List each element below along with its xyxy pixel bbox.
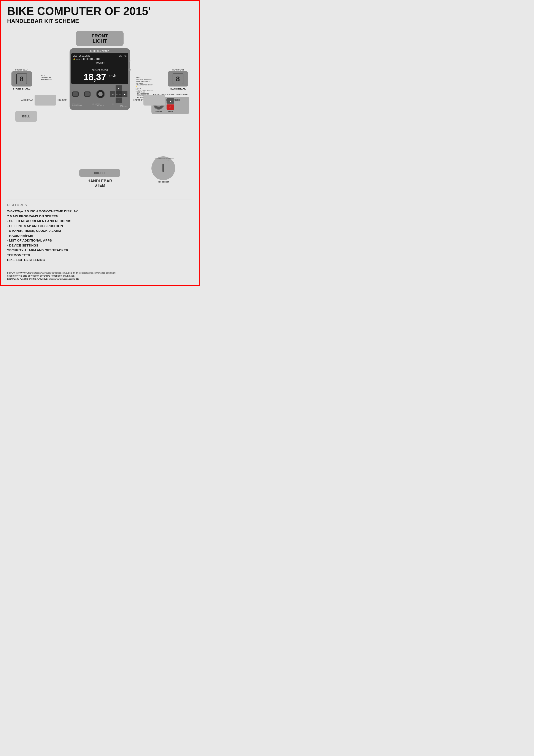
list-item: - LIST OF ADDITIONAL APPS bbox=[7, 238, 192, 243]
front-gear-number: 8 bbox=[16, 73, 27, 84]
screen-time: 2:20 26.01.2021 bbox=[73, 55, 90, 57]
handlebar-left-label: HANDLEBAR bbox=[20, 99, 33, 101]
list-item: - STOPER, TIMER, CLOCK, ALARM bbox=[7, 229, 192, 233]
footer-line3: EXEMPLARY PLASTIC CASING AVAILABLE: http… bbox=[7, 278, 192, 281]
front-brake-label: FRONT BRAKE bbox=[12, 87, 32, 90]
screen-icons-label: Icons bbox=[76, 58, 80, 60]
menu-back-label: MENU/BACK bbox=[92, 103, 100, 105]
handlebar-stem: HANDLEBAR STEM bbox=[88, 179, 112, 188]
screen-speed-label: current speed bbox=[73, 68, 127, 71]
dpad-up-button[interactable]: ▲ bbox=[115, 85, 122, 91]
annotation-screen-light: CLICK ON/OFF SCREEN LIGHT HOLD AND ROTAT… bbox=[136, 77, 153, 86]
list-item: BIKE LIGHTS STEERING bbox=[7, 257, 192, 262]
footer-text: DISPLAY MANUFACTURER: https://www.raysta… bbox=[7, 271, 192, 281]
handlebar-right-area: HOLDER HANDLEBAR bbox=[133, 95, 180, 105]
brightness-icon: ✳ bbox=[128, 60, 131, 63]
bell: BELL bbox=[15, 111, 37, 122]
list-item: - OFFLINE MAP AND GPS POSITION bbox=[7, 224, 192, 229]
screen-icons-row: ⛳ Icons Ψ▐▐▐▐ ▐▐▐▐ △ ▐▐▐▐ bbox=[73, 58, 127, 60]
ok-label: OK bbox=[112, 103, 114, 105]
list-item: - RADIO FM/PMR bbox=[7, 233, 192, 238]
key-socket: LOCKED UNLOCKED COMPUTER ON KEY SOCKET bbox=[151, 156, 175, 180]
location-icon: ⛳ bbox=[73, 58, 75, 60]
list-item: 240x320px 3.5 INCH MONOCHROME DISPLAY bbox=[7, 209, 192, 214]
rear-gear-number: 8 bbox=[173, 73, 183, 84]
key-socket-label: KEY SOCKET bbox=[151, 181, 175, 183]
bike-computer-label: BIKE COMPUTER bbox=[71, 50, 128, 52]
key-socket-annotations: LOCKED UNLOCKED COMPUTER ON bbox=[151, 158, 175, 161]
list-item: - DEVICE SETTINGS bbox=[7, 243, 192, 248]
holder-bottom: HOLDER bbox=[79, 169, 120, 177]
screen: 2:20 26.01.2021 26,7 °C ⛳ Icons Ψ▐▐▐▐ ▐▐… bbox=[71, 53, 128, 84]
handlebar-right-bar bbox=[143, 95, 165, 105]
footer-line2: CASING OF THE SIZE OF ACCURA EXTERNAL NO… bbox=[7, 274, 192, 278]
front-gear: FRONT GEAR 8 FRONT BRAKE bbox=[12, 69, 32, 90]
page-title: BIKE COMPUTER OF 2015' bbox=[7, 5, 192, 17]
mode-label: MODE bbox=[168, 111, 173, 113]
hold-to-change-label: HOLD TO CHANGE bbox=[120, 105, 127, 107]
radio-list-label: RADIO/LIST bbox=[97, 105, 105, 107]
handlebar-left-area: HANDLEBAR HOLDER bbox=[20, 95, 67, 105]
screen-top-bar: 2:20 26.01.2021 26,7 °C bbox=[73, 55, 127, 57]
list-item: SECURITY ALARM AND GPS TRACKER bbox=[7, 248, 192, 253]
controls-area: ▲ ◀ ENTER ▶ ▼ SPEED/MAP MENU/BACK OK STO… bbox=[71, 84, 128, 108]
power-icon: ⏻ bbox=[128, 68, 131, 71]
menu-back-button[interactable] bbox=[84, 92, 90, 97]
rear-gear: REAR GEAR 8 REAR BREAK bbox=[167, 69, 188, 90]
screen-program: Program bbox=[73, 61, 127, 64]
handlebar-right-label: HANDLEBAR bbox=[166, 99, 180, 101]
key-socket-circle: LOCKED UNLOCKED COMPUTER ON bbox=[151, 156, 175, 180]
footer-line1: DISPLAY MANUFACTURER: https://www.raysta… bbox=[7, 271, 192, 274]
diagram-area: FRONT LIGHT HOLD TURN ON/OFF GPS TRACKER… bbox=[7, 31, 192, 195]
dpad-left-button[interactable]: ◀ bbox=[110, 91, 115, 97]
features-list: 240x320px 3.5 INCH MONOCHROME DISPLAY 7 … bbox=[7, 209, 192, 262]
dpad-right-button[interactable]: ▶ bbox=[122, 91, 127, 97]
ok-button[interactable] bbox=[96, 90, 105, 98]
holder-right-label: HOLDER bbox=[133, 99, 142, 101]
rear-gear-box: 8 bbox=[167, 71, 188, 87]
holder-left-label: HOLDER bbox=[58, 99, 66, 101]
signal-icons: Ψ▐▐▐▐ ▐▐▐▐ △ ▐▐▐▐ bbox=[81, 58, 100, 60]
front-gear-label: FRONT GEAR bbox=[12, 69, 32, 71]
rear-break-label: REAR BREAK bbox=[167, 87, 188, 90]
list-item: TERMOMETER bbox=[7, 253, 192, 258]
list-item: - SPEED MEASUREMENT AND RECORDS bbox=[7, 219, 192, 224]
speed-map-button[interactable] bbox=[72, 92, 79, 97]
screen-temp: 26,7 °C bbox=[119, 55, 127, 57]
features-section: FEATURES 240x320px 3.5 INCH MONOCHROME D… bbox=[7, 200, 192, 262]
gps-tracker-label: HOLD TURN ON/OFF GPS TRACKER bbox=[40, 75, 52, 80]
handlebar-left-bar bbox=[35, 95, 56, 105]
page-subtitle: HANDLEBAR KIT SCHEME bbox=[7, 18, 192, 24]
features-title: FEATURES bbox=[7, 203, 192, 207]
stoper-alarm-label: STOPER/ALARM bbox=[72, 105, 82, 107]
on-off-label: ON/OFF bbox=[156, 111, 162, 113]
dpad: ▲ ◀ ENTER ▶ ▼ bbox=[110, 85, 127, 103]
key-slot bbox=[163, 164, 164, 172]
speed-map-label: SPEED/MAP bbox=[72, 103, 80, 105]
footer: DISPLAY MANUFACTURER: https://www.raysta… bbox=[7, 269, 192, 281]
front-gear-box: 8 bbox=[12, 71, 32, 87]
dpad-down-button[interactable]: ▼ bbox=[115, 97, 122, 103]
front-light: FRONT LIGHT bbox=[76, 31, 124, 46]
screen-speed-unit: km/h bbox=[109, 74, 116, 78]
bike-computer: BIKE COMPUTER 📍 2:20 26.01.2021 26,7 °C … bbox=[69, 48, 130, 110]
list-item: 7 MAIN PROGRAMS ON SCREEN: bbox=[7, 214, 192, 219]
dpad-enter[interactable]: ENTER bbox=[115, 91, 122, 97]
rear-gear-label: REAR GEAR bbox=[167, 69, 188, 71]
screen-speed-value: 18,37 km/h bbox=[73, 72, 127, 82]
front-light-label: FRONT LIGHT bbox=[91, 33, 108, 44]
